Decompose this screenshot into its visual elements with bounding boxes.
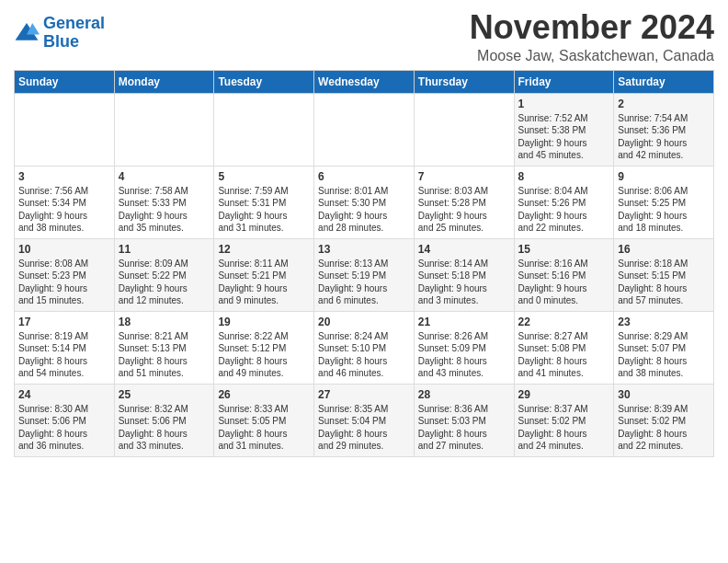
day-info: Sunrise: 8:35 AM Sunset: 5:04 PM Dayligh… <box>318 403 410 453</box>
calendar-cell: 26Sunrise: 8:33 AM Sunset: 5:05 PM Dayli… <box>214 384 314 456</box>
calendar-cell: 2Sunrise: 7:54 AM Sunset: 5:36 PM Daylig… <box>614 93 714 166</box>
day-info: Sunrise: 7:59 AM Sunset: 5:31 PM Dayligh… <box>218 185 310 235</box>
day-info: Sunrise: 8:01 AM Sunset: 5:30 PM Dayligh… <box>318 185 410 235</box>
day-number: 1 <box>518 98 610 110</box>
day-number: 2 <box>618 98 710 110</box>
day-info: Sunrise: 8:29 AM Sunset: 5:07 PM Dayligh… <box>618 330 710 380</box>
header: General Blue November 2024 Moose Jaw, Sa… <box>14 9 714 64</box>
day-info: Sunrise: 8:21 AM Sunset: 5:13 PM Dayligh… <box>119 330 210 380</box>
day-number: 9 <box>618 170 710 183</box>
logo-line1: General <box>43 14 105 32</box>
day-info: Sunrise: 8:22 AM Sunset: 5:12 PM Dayligh… <box>218 330 310 380</box>
day-info: Sunrise: 8:16 AM Sunset: 5:16 PM Dayligh… <box>518 258 610 307</box>
logo-icon <box>14 20 40 46</box>
title-block: November 2024 Moose Jaw, Saskatchewan, C… <box>470 9 714 64</box>
day-info: Sunrise: 8:03 AM Sunset: 5:28 PM Dayligh… <box>418 185 510 235</box>
weekday-header-sunday: Sunday <box>15 70 115 93</box>
calendar-week-row: 1Sunrise: 7:52 AM Sunset: 5:38 PM Daylig… <box>15 93 714 166</box>
day-number: 8 <box>518 170 610 183</box>
day-info: Sunrise: 8:18 AM Sunset: 5:15 PM Dayligh… <box>618 258 710 307</box>
day-number: 11 <box>119 243 210 256</box>
day-number: 18 <box>119 316 210 328</box>
day-number: 24 <box>18 388 110 401</box>
calendar-cell: 30Sunrise: 8:39 AM Sunset: 5:02 PM Dayli… <box>614 384 714 456</box>
day-number: 23 <box>618 316 710 328</box>
day-info: Sunrise: 8:39 AM Sunset: 5:02 PM Dayligh… <box>618 403 710 453</box>
day-number: 27 <box>318 388 410 401</box>
calendar-cell: 11Sunrise: 8:09 AM Sunset: 5:22 PM Dayli… <box>114 238 214 311</box>
calendar-cell: 12Sunrise: 8:11 AM Sunset: 5:21 PM Dayli… <box>214 238 314 311</box>
day-number: 30 <box>618 388 710 401</box>
calendar-cell: 24Sunrise: 8:30 AM Sunset: 5:06 PM Dayli… <box>15 384 115 456</box>
calendar-cell: 28Sunrise: 8:36 AM Sunset: 5:03 PM Dayli… <box>414 384 514 456</box>
day-number: 26 <box>218 388 310 401</box>
day-info: Sunrise: 8:32 AM Sunset: 5:06 PM Dayligh… <box>119 403 210 453</box>
weekday-header-wednesday: Wednesday <box>314 70 415 93</box>
calendar-cell: 3Sunrise: 7:56 AM Sunset: 5:34 PM Daylig… <box>15 166 115 238</box>
calendar-cell <box>114 93 214 166</box>
calendar-cell: 10Sunrise: 8:08 AM Sunset: 5:23 PM Dayli… <box>15 238 115 311</box>
logo-text: General Blue <box>43 15 105 52</box>
day-info: Sunrise: 8:37 AM Sunset: 5:02 PM Dayligh… <box>518 403 610 453</box>
day-info: Sunrise: 7:58 AM Sunset: 5:33 PM Dayligh… <box>119 185 210 235</box>
calendar-cell: 22Sunrise: 8:27 AM Sunset: 5:08 PM Dayli… <box>514 311 614 384</box>
day-number: 5 <box>218 170 310 183</box>
calendar-week-row: 3Sunrise: 7:56 AM Sunset: 5:34 PM Daylig… <box>15 166 714 238</box>
day-number: 3 <box>18 170 110 183</box>
calendar-cell <box>214 93 314 166</box>
day-info: Sunrise: 8:09 AM Sunset: 5:22 PM Dayligh… <box>119 258 210 307</box>
day-number: 17 <box>18 316 110 328</box>
day-number: 13 <box>318 243 410 256</box>
day-number: 25 <box>119 388 210 401</box>
day-info: Sunrise: 8:36 AM Sunset: 5:03 PM Dayligh… <box>418 403 510 453</box>
calendar-week-row: 17Sunrise: 8:19 AM Sunset: 5:14 PM Dayli… <box>15 311 714 384</box>
weekday-header-row: SundayMondayTuesdayWednesdayThursdayFrid… <box>15 70 714 93</box>
calendar-cell <box>15 93 115 166</box>
calendar-cell: 14Sunrise: 8:14 AM Sunset: 5:18 PM Dayli… <box>414 238 514 311</box>
calendar-table: SundayMondayTuesdayWednesdayThursdayFrid… <box>14 70 714 457</box>
calendar-cell: 13Sunrise: 8:13 AM Sunset: 5:19 PM Dayli… <box>314 238 415 311</box>
calendar-cell: 4Sunrise: 7:58 AM Sunset: 5:33 PM Daylig… <box>114 166 214 238</box>
day-info: Sunrise: 8:33 AM Sunset: 5:05 PM Dayligh… <box>218 403 310 453</box>
calendar-cell: 8Sunrise: 8:04 AM Sunset: 5:26 PM Daylig… <box>514 166 614 238</box>
day-number: 6 <box>318 170 410 183</box>
day-number: 22 <box>518 316 610 328</box>
day-info: Sunrise: 8:14 AM Sunset: 5:18 PM Dayligh… <box>418 258 510 307</box>
calendar-cell: 7Sunrise: 8:03 AM Sunset: 5:28 PM Daylig… <box>414 166 514 238</box>
calendar-cell: 16Sunrise: 8:18 AM Sunset: 5:15 PM Dayli… <box>614 238 714 311</box>
day-info: Sunrise: 8:27 AM Sunset: 5:08 PM Dayligh… <box>518 330 610 380</box>
calendar-cell <box>414 93 514 166</box>
calendar-cell: 19Sunrise: 8:22 AM Sunset: 5:12 PM Dayli… <box>214 311 314 384</box>
day-info: Sunrise: 8:06 AM Sunset: 5:25 PM Dayligh… <box>618 185 710 235</box>
calendar-week-row: 24Sunrise: 8:30 AM Sunset: 5:06 PM Dayli… <box>15 384 714 456</box>
day-number: 7 <box>418 170 510 183</box>
day-number: 15 <box>518 243 610 256</box>
day-number: 10 <box>18 243 110 256</box>
day-info: Sunrise: 8:24 AM Sunset: 5:10 PM Dayligh… <box>318 330 410 380</box>
day-number: 14 <box>418 243 510 256</box>
day-number: 19 <box>218 316 310 328</box>
calendar-cell: 23Sunrise: 8:29 AM Sunset: 5:07 PM Dayli… <box>614 311 714 384</box>
day-info: Sunrise: 7:52 AM Sunset: 5:38 PM Dayligh… <box>518 112 610 162</box>
month-title: November 2024 <box>470 9 714 46</box>
calendar-cell: 17Sunrise: 8:19 AM Sunset: 5:14 PM Dayli… <box>15 311 115 384</box>
calendar-cell: 29Sunrise: 8:37 AM Sunset: 5:02 PM Dayli… <box>514 384 614 456</box>
location-title: Moose Jaw, Saskatchewan, Canada <box>470 48 714 64</box>
day-number: 28 <box>418 388 510 401</box>
day-number: 4 <box>119 170 210 183</box>
calendar-cell: 21Sunrise: 8:26 AM Sunset: 5:09 PM Dayli… <box>414 311 514 384</box>
weekday-header-monday: Monday <box>114 70 214 93</box>
calendar-cell: 5Sunrise: 7:59 AM Sunset: 5:31 PM Daylig… <box>214 166 314 238</box>
day-info: Sunrise: 7:54 AM Sunset: 5:36 PM Dayligh… <box>618 112 710 162</box>
day-info: Sunrise: 8:13 AM Sunset: 5:19 PM Dayligh… <box>318 258 410 307</box>
calendar-cell: 15Sunrise: 8:16 AM Sunset: 5:16 PM Dayli… <box>514 238 614 311</box>
weekday-header-friday: Friday <box>514 70 614 93</box>
day-info: Sunrise: 8:30 AM Sunset: 5:06 PM Dayligh… <box>18 403 110 453</box>
day-number: 21 <box>418 316 510 328</box>
day-info: Sunrise: 8:08 AM Sunset: 5:23 PM Dayligh… <box>18 258 110 307</box>
day-info: Sunrise: 8:04 AM Sunset: 5:26 PM Dayligh… <box>518 185 610 235</box>
calendar-cell: 9Sunrise: 8:06 AM Sunset: 5:25 PM Daylig… <box>614 166 714 238</box>
day-number: 20 <box>318 316 410 328</box>
weekday-header-thursday: Thursday <box>414 70 514 93</box>
weekday-header-tuesday: Tuesday <box>214 70 314 93</box>
